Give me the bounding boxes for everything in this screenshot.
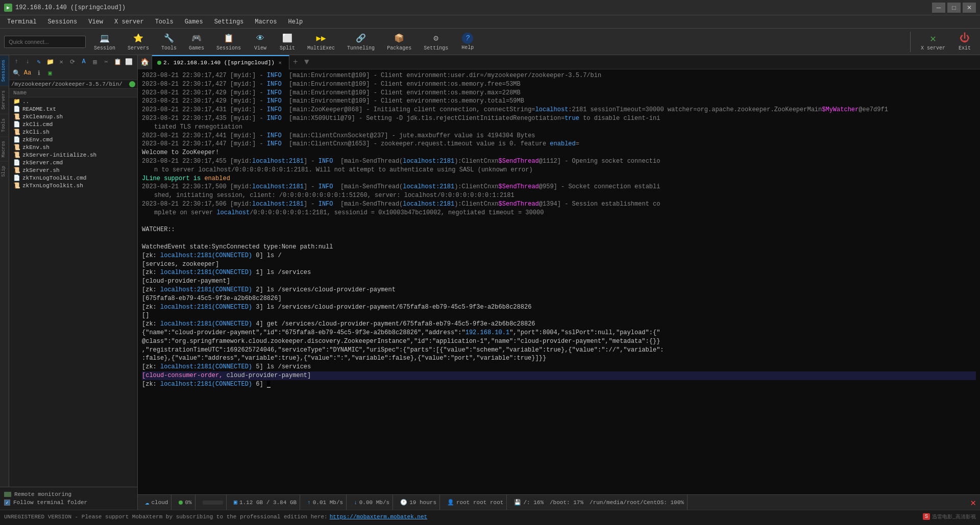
side-tab-slip[interactable]: Slip [0, 161, 9, 181]
list-item[interactable]: 📄 zkTxnLogToolkit.cmd [9, 174, 137, 182]
toolbar-multiexec-btn[interactable]: ▶▶ MultiExec [303, 30, 339, 53]
tab-scroll-btn[interactable]: ▼ [302, 55, 312, 69]
menu-terminal[interactable]: Terminal [2, 17, 42, 27]
toolbar-packages-btn[interactable]: 📦 Packages [383, 30, 415, 53]
list-item[interactable]: 📜 zkServer-initialize.sh [9, 151, 137, 159]
toolbar-view-btn[interactable]: 👁 View [249, 30, 272, 53]
games-icon: 🎮 [190, 32, 203, 44]
remote-monitoring-item[interactable]: Remote monitoring [4, 490, 133, 498]
toolbar-split-btn[interactable]: ⬜ Split [276, 30, 299, 53]
file-item-parent[interactable]: 📁 .. [9, 97, 137, 105]
list-item[interactable]: 📜 zkCli.sh [9, 128, 137, 136]
tab-add-btn[interactable]: + [289, 55, 302, 69]
side-tab-macros[interactable]: Macros [0, 136, 9, 161]
minimize-button[interactable]: ─ [932, 3, 945, 13]
fp-info-btn[interactable]: ℹ [34, 68, 44, 78]
unregistered-link[interactable]: https://mobaxterm.mobatek.net [330, 514, 427, 520]
menu-games[interactable]: Games [180, 17, 208, 27]
toolbar-help-btn[interactable]: ? Help [456, 31, 479, 53]
status-cloud-label: cloud [151, 499, 168, 506]
menu-help[interactable]: Help [283, 17, 308, 27]
list-item[interactable]: 📜 zkServer.sh [9, 166, 137, 174]
close-button[interactable]: ✕ [963, 3, 976, 13]
status-close-icon[interactable]: ✕ [970, 497, 976, 508]
toolbar-games-btn[interactable]: 🎮 Games [185, 30, 208, 53]
log-line [142, 234, 976, 243]
log-line: {"name":"cloud-provider-payment","id":"6… [142, 329, 976, 337]
list-item[interactable]: 📜 zkTxnLogToolkit.sh [9, 182, 137, 189]
fp-search-btn[interactable]: 🔍 [11, 68, 21, 78]
tunneling-label: Tunneling [347, 45, 375, 51]
list-item[interactable]: 📄 README.txt [9, 105, 137, 113]
xserver-btn[interactable]: ✕ X server [917, 30, 949, 53]
status-time-label: 19 hours [409, 499, 436, 506]
log-line: 2023-08-21 22:30:17,500 [myid:localhost:… [142, 183, 976, 191]
list-item[interactable]: 📄 zkServer.cmd [9, 159, 137, 166]
tab-bar: 🏠 2. 192.168.10.140 ([springcloud]) ✕ + … [138, 55, 980, 69]
fp-folder-btn[interactable]: 📁 [45, 57, 55, 67]
title-bar-left: ▶ 192.168.10.140 ([springcloud]) [4, 4, 126, 12]
toolbar-servers-btn[interactable]: ⭐ Servers [124, 30, 153, 53]
fp-cut-btn[interactable]: ✂ [101, 57, 111, 67]
terminal-content[interactable]: 2023-08-21 22:30:17,427 [myid:] - INFO [… [138, 69, 980, 494]
fp-refresh-btn[interactable]: ⟳ [67, 57, 78, 67]
log-line-cursor: [zk: localhost:2181(CONNECTED) 6] █ [142, 380, 976, 389]
menu-view[interactable]: View [83, 17, 108, 27]
menu-sessions[interactable]: Sessions [43, 17, 83, 27]
exit-btn[interactable]: ⏻ Exit [953, 30, 976, 53]
tab-close-btn[interactable]: ✕ [277, 59, 284, 66]
maximize-button[interactable]: □ [947, 3, 961, 13]
fp-paste-btn[interactable]: ⬜ [124, 57, 134, 67]
tab-main[interactable]: 2. 192.168.10.140 ([springcloud]) ✕ [152, 55, 289, 69]
status-disk: 💾 /: 16% /boot: 17% /run/media/root/Cent… [511, 495, 687, 510]
fp-copy-btn[interactable]: 📋 [112, 57, 122, 67]
log-line: 2023-08-21 22:30:17,435 [myid:] - INFO [… [142, 114, 976, 123]
side-tab-sessions[interactable]: Sessions [0, 55, 9, 86]
log-line: 2023-08-21 22:30:17,429 [myid:] - INFO [… [142, 89, 976, 97]
fp-down-btn[interactable]: ↓ [22, 57, 33, 67]
menu-xserver[interactable]: X server [109, 17, 149, 27]
menu-tools[interactable]: Tools [150, 17, 179, 27]
main-area: Sessions Servers Tools Macros Slip ↑ ↓ ✎… [0, 55, 980, 510]
fp-delete-btn[interactable]: ✕ [56, 57, 66, 67]
fp-filter-btn[interactable]: Aa [22, 68, 33, 78]
toolbar-settings-btn[interactable]: ⚙ Settings [420, 30, 452, 53]
fp-edit-btn[interactable]: ✎ [34, 57, 44, 67]
fp-list-btn[interactable]: ▤ [90, 57, 100, 67]
side-tab-servers[interactable]: Servers [0, 86, 9, 114]
fp-up-btn[interactable]: ↑ [11, 57, 21, 67]
log-line: 2023-08-21 22:30:17,506 [myid:localhost:… [142, 200, 976, 209]
log-line: ,"registrationTimeUTC":1692625724046,"se… [142, 346, 976, 355]
xserver-label: X server [921, 45, 945, 51]
follow-folder-item[interactable]: ✓ Follow terminal folder [4, 498, 133, 507]
follow-folder-checkbox[interactable]: ✓ [4, 499, 10, 506]
list-item[interactable]: 📄 zkCli.cmd [9, 120, 137, 128]
log-line: [cloud-provider-payment] [142, 277, 976, 286]
quick-connect-input[interactable] [4, 36, 86, 48]
status-cpu-percent: 0% [185, 499, 191, 506]
exit-label: Exit [959, 45, 971, 51]
menu-macros[interactable]: Macros [250, 17, 282, 27]
file-panel-toolbar: ↑ ↓ ✎ 📁 ✕ ⟳ A ▤ ✂ 📋 ⬜ 🔍 Aa ℹ ▣ [9, 55, 137, 80]
sessions-label: Sessions [216, 45, 241, 51]
log-line: 2023-08-21 22:30:17,427 [myid:] - INFO [… [142, 71, 976, 80]
menu-settings[interactable]: Settings [209, 17, 249, 27]
file-name: zkCleanup.sh [22, 114, 63, 120]
fp-settings2-btn[interactable]: ▣ [45, 68, 55, 78]
toolbar-tools-btn[interactable]: 🔧 Tools [157, 30, 181, 53]
list-item[interactable]: 📄 zkEnv.cmd [9, 136, 137, 143]
status-net-up: ↑ 0.01 Mb/s [304, 495, 347, 510]
xserver-icon: ✕ [927, 32, 939, 44]
toolbar-tunneling-btn[interactable]: 🔗 Tunneling [343, 30, 379, 53]
file-item-name: .. [22, 98, 29, 105]
toolbar-session-btn[interactable]: 💻 Session [90, 30, 119, 53]
tab-home-btn[interactable]: 🏠 [138, 55, 152, 69]
memory-icon: ▣ [234, 498, 237, 506]
side-tab-tools[interactable]: Tools [0, 114, 9, 136]
session-icon: 💻 [99, 32, 111, 44]
list-item[interactable]: 📜 zkEnv.sh [9, 143, 137, 151]
unregistered-text: UNREGISTERED VERSION - Please support Mo… [4, 514, 328, 520]
fp-a-btn[interactable]: A [79, 57, 89, 67]
list-item[interactable]: 📜 zkCleanup.sh [9, 113, 137, 120]
toolbar-sessions-btn[interactable]: 📋 Sessions [212, 30, 245, 53]
